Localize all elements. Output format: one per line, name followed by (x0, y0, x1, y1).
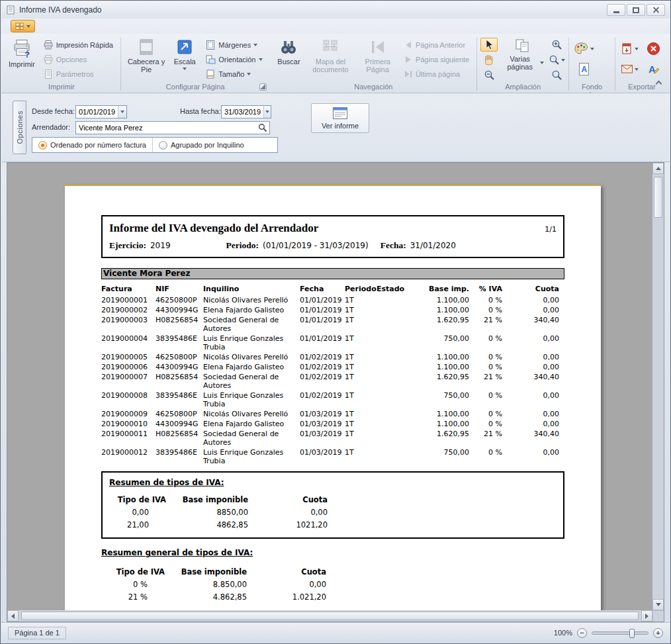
next-page-icon (404, 55, 413, 64)
size-button[interactable]: Tamaño (201, 68, 266, 81)
header-footer-icon (138, 38, 155, 56)
landlord-label: Arrendador: (32, 123, 70, 131)
table-row: 201900000946250800PNicolás Olivares Pere… (101, 409, 564, 419)
ribbon-separator (476, 37, 477, 91)
background-color-button[interactable] (572, 39, 595, 58)
app-menu-dropdown-icon (26, 25, 30, 28)
edit-watermark-button[interactable]: A (643, 60, 665, 79)
field-search-icon[interactable] (258, 123, 267, 132)
margins-button[interactable]: Márgenes (201, 38, 266, 52)
to-date-combo[interactable]: 31/03/2019 (221, 105, 271, 118)
gsummary-head: Tipo de IVABase imponibleCuota (114, 565, 564, 578)
zoom-slider[interactable] (592, 631, 649, 635)
quick-print-button[interactable]: Impresión Rápida (39, 38, 117, 52)
to-date-dropdown-button[interactable] (263, 106, 271, 118)
table-row: 0 %8.850,000,00 (114, 578, 564, 590)
ribbon-group-fondo: A Fondo d... (570, 35, 613, 93)
watermark-button[interactable]: A (572, 60, 595, 79)
group-label-exportar: Exportar (628, 83, 656, 91)
preview-canvas[interactable]: Informe del IVA devengado del Arrendador… (7, 163, 652, 610)
zoom-in-stepper-button[interactable]: + (653, 628, 663, 638)
minimize-button[interactable] (607, 4, 625, 16)
first-page-button: Primera Página (357, 35, 398, 81)
tab-opciones[interactable]: Opciones (13, 101, 26, 154)
scroll-left-button[interactable] (7, 610, 19, 621)
pointer-tool-button[interactable] (480, 38, 498, 52)
report-page: Informe del IVA devengado del Arrendador… (65, 185, 601, 610)
scale-dropdown-icon (183, 68, 187, 70)
collapse-ribbon-button[interactable] (652, 77, 664, 87)
zoom-tool-button[interactable] (548, 68, 565, 82)
search-button[interactable]: Buscar (273, 35, 304, 81)
summary-body: 0,008850,000,0021,004862,851021,20 (116, 506, 557, 531)
table-row: Tipo de IVABase imponibleCuota (116, 493, 557, 506)
period-value: (01/01/2019 - 31/03/2019) (263, 241, 369, 250)
radio-group-by-tenant[interactable]: Agrupado por Inquilino (152, 138, 250, 152)
table-row: 201900000146250800PNicolás Olivares Pere… (101, 295, 564, 305)
print-button[interactable]: ? Imprimir (6, 35, 38, 81)
landlord-input[interactable] (75, 121, 270, 134)
year-value: 2019 (150, 241, 171, 250)
horizontal-scrollbar[interactable] (7, 610, 652, 621)
ribbon-separator (568, 37, 569, 91)
report-table-body: 201900000146250800PNicolás Olivares Pere… (101, 295, 564, 466)
horizontal-scroll-thumb[interactable] (21, 612, 639, 620)
from-date-dropdown-button[interactable] (118, 106, 126, 118)
table-row: 201900000244300994GElena Fajardo Galiste… (101, 305, 564, 315)
radio-order-by-invoice[interactable]: Ordenado por número factura (32, 138, 152, 152)
zoom-slider-thumb[interactable] (629, 629, 635, 638)
send-email-button[interactable] (619, 60, 641, 79)
hand-tool-button[interactable] (480, 53, 498, 67)
view-report-button[interactable]: Ver informe (311, 103, 369, 133)
zoom-button[interactable] (548, 53, 565, 67)
orientation-icon (205, 54, 216, 65)
zoom-in-button[interactable] (548, 38, 565, 52)
view-report-icon (332, 107, 348, 120)
pointer-icon (484, 39, 494, 50)
from-date-combo[interactable]: 01/01/2019 (75, 105, 127, 118)
dialog-launcher-button[interactable] (259, 83, 267, 91)
zoom-out-button[interactable] (480, 68, 498, 82)
size-dropdown-icon (247, 73, 251, 75)
vertical-scroll-thumb[interactable] (654, 177, 662, 218)
print-options-icon (43, 54, 54, 65)
scale-icon (176, 38, 193, 56)
zoom-in-icon (551, 39, 562, 50)
vertical-scrollbar[interactable] (652, 163, 664, 610)
close-preview-button[interactable] (643, 39, 665, 58)
table-row: 2019000003H08256854Sociedad General de A… (101, 315, 564, 334)
scroll-right-button[interactable] (641, 610, 652, 621)
window-title: Informe IVA devengado (19, 5, 102, 15)
header-footer-button[interactable]: Cabecera y Pie (124, 35, 168, 81)
maximize-icon (633, 7, 639, 13)
orientation-button[interactable]: Orientación (201, 53, 266, 66)
order-options-group: Ordenado por número factura Agrupado por… (32, 137, 278, 153)
scroll-down-button[interactable] (652, 599, 664, 610)
export-icon (621, 42, 633, 55)
year-label: Ejercicio: (109, 240, 146, 251)
app-bar (1, 19, 670, 34)
scroll-up-button[interactable] (652, 163, 664, 174)
margins-dropdown-icon (253, 44, 257, 46)
maximize-button[interactable] (627, 4, 645, 16)
scale-button[interactable]: Escala (169, 35, 200, 81)
arrow-down-icon (656, 603, 661, 606)
from-date-label: Desde fecha: (32, 107, 75, 115)
app-menu-button[interactable] (11, 20, 35, 32)
multiple-pages-button[interactable]: Varias páginas (499, 35, 547, 81)
group-label-ampliacion: Ampliación (505, 83, 541, 91)
general-summary-title: Resumen general de tipos de IVA: (101, 548, 564, 557)
background-color-icon (574, 42, 589, 56)
title-bar: Informe IVA devengado (1, 1, 670, 19)
export-document-button[interactable] (619, 39, 641, 58)
background-color-dropdown-icon (590, 48, 594, 50)
chevron-down-icon (265, 111, 269, 113)
table-row: 201900000838395486ELuis Enrique Gonzales… (101, 391, 564, 409)
window-icon (6, 5, 15, 15)
document-map-icon (322, 38, 339, 56)
close-button[interactable] (647, 4, 665, 16)
zoom-out-stepper-button[interactable]: − (577, 628, 587, 638)
zoom-tool-icon (551, 69, 562, 81)
table-row: 201900000438395486ELuis Enrique Gonzales… (101, 334, 564, 352)
date-label: Fecha: (380, 240, 406, 251)
